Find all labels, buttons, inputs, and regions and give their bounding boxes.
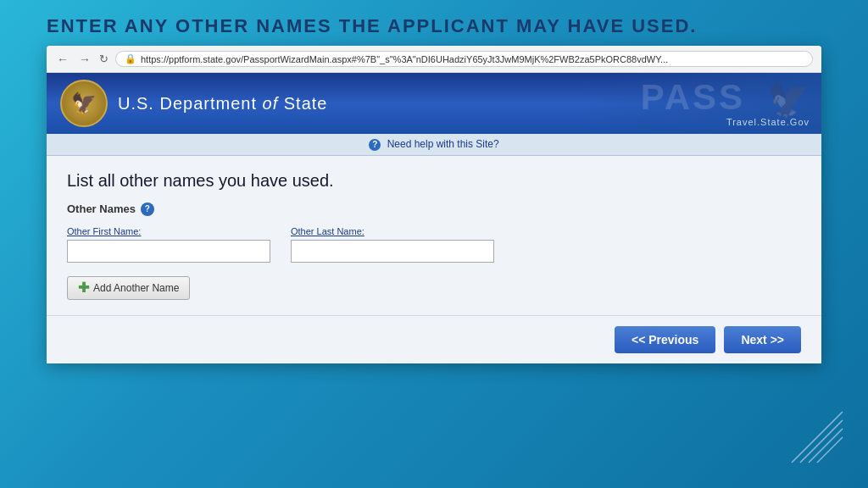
other-last-name-input[interactable] (291, 240, 494, 263)
seal-icon: 🦅 (71, 92, 97, 115)
help-icon: ? (369, 139, 381, 151)
field-group: Other Names ? (67, 202, 801, 216)
slide-title: Enter any other names the applicant may … (0, 0, 868, 46)
seal: 🦅 (60, 80, 108, 127)
other-names-info-icon[interactable]: ? (141, 202, 154, 216)
form-section-title: List all other names you have used. (67, 171, 801, 191)
nav-buttons: << Previous Next >> (47, 315, 821, 363)
next-button[interactable]: Next >> (724, 326, 801, 353)
forward-button[interactable]: → (77, 53, 92, 66)
fields-row: Other First Name: Other Last Name: (67, 226, 801, 263)
address-bar[interactable]: 🔒 https://pptform.state.gov/PassportWiza… (115, 51, 813, 67)
field-group-label-text: Other Names (67, 202, 136, 215)
deco-lines (783, 403, 851, 471)
address-text: https://pptform.state.gov/PassportWizard… (141, 54, 668, 64)
svg-line-2 (809, 429, 843, 463)
browser-bar: ← → ↻ 🔒 https://pptform.state.gov/Passpo… (47, 46, 821, 73)
other-last-name-label: Other Last Name: (291, 226, 494, 236)
add-button-label: Add Another Name (93, 282, 179, 294)
dept-name: U.S. Department of State (118, 94, 327, 114)
refresh-icon[interactable]: ↻ (99, 53, 108, 65)
site-header: 🦅 U.S. Department of State PASS 🦅 Travel… (47, 73, 821, 134)
eagle-watermark: 🦅 (767, 80, 810, 119)
svg-line-1 (800, 420, 843, 463)
first-name-field-col: Other First Name: (67, 226, 270, 263)
plus-icon: ✚ (78, 281, 89, 295)
browser-window: ← → ↻ 🔒 https://pptform.state.gov/Passpo… (47, 46, 821, 363)
other-first-name-input[interactable] (67, 240, 270, 263)
back-button[interactable]: ← (55, 53, 70, 66)
other-first-name-label: Other First Name: (67, 226, 270, 236)
travel-url: Travel.State.Gov (726, 117, 810, 127)
last-name-field-col: Other Last Name: (291, 226, 494, 263)
header-right: PASS 🦅 Travel.State.Gov (584, 73, 821, 134)
add-another-name-button[interactable]: ✚ Add Another Name (67, 276, 190, 300)
passport-watermark: PASS (641, 77, 745, 118)
form-area: List all other names you have used. Othe… (47, 156, 821, 315)
help-bar: ? Need help with this Site? (47, 134, 821, 156)
lock-icon: 🔒 (125, 53, 136, 64)
previous-button[interactable]: << Previous (615, 326, 715, 353)
help-link[interactable]: Need help with this Site? (387, 138, 499, 150)
